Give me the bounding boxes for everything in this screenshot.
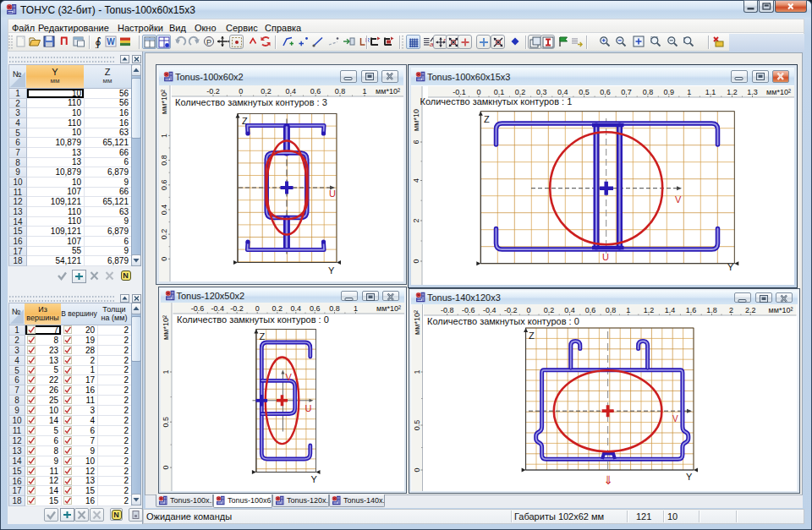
svg-text:-0.6: -0.6 (462, 306, 475, 314)
svg-text:0.2: 0.2 (160, 228, 168, 239)
svg-text:0.1: 0.1 (494, 88, 505, 96)
svg-text:Z: Z (259, 331, 265, 341)
svg-text:1: 1 (626, 306, 630, 314)
svg-text:Y: Y (328, 265, 335, 275)
svg-text:0.6: 0.6 (310, 87, 321, 96)
svg-text:Z: Z (484, 114, 490, 124)
svg-text:U: U (329, 188, 336, 198)
svg-text:мм*10²: мм*10² (376, 304, 401, 313)
svg-text:0.4: 0.4 (564, 306, 575, 314)
svg-text:0.5: 0.5 (579, 88, 590, 96)
svg-text:2: 2 (729, 306, 733, 314)
svg-text:2: 2 (412, 218, 420, 222)
svg-text:-0.6: -0.6 (190, 304, 204, 313)
svg-text:1.2: 1.2 (644, 306, 655, 314)
svg-text:1.4: 1.4 (665, 306, 676, 314)
svg-text:Количество замкнутых контуров: Количество замкнутых контуров : 3 (175, 97, 327, 107)
svg-text:-0.4: -0.4 (211, 304, 224, 313)
svg-text:0.2: 0.2 (272, 304, 283, 313)
svg-text:0: 0 (160, 256, 168, 260)
svg-text:∮: ∮ (95, 36, 102, 49)
svg-text:0: 0 (412, 259, 420, 263)
svg-text:-0.1: -0.1 (453, 88, 466, 96)
svg-text:0.2: 0.2 (544, 306, 555, 314)
svg-text:Количество замкнутых контуров: Количество замкнутых контуров : 0 (427, 316, 579, 326)
svg-text:0.8: 0.8 (329, 304, 340, 313)
svg-text:0.6: 0.6 (585, 306, 596, 314)
svg-text:мм*10²: мм*10² (766, 88, 791, 96)
svg-text:0: 0 (413, 467, 421, 472)
svg-text:1.3: 1.3 (747, 88, 758, 96)
svg-text:1: 1 (160, 133, 168, 137)
svg-text:⇓: ⇓ (604, 473, 614, 487)
svg-text:мм*10: мм*10 (412, 109, 420, 131)
svg-text:0.8: 0.8 (335, 87, 346, 96)
svg-text:-0.2: -0.2 (206, 87, 220, 96)
svg-text:0: 0 (526, 306, 530, 314)
svg-text:0.6: 0.6 (309, 304, 320, 313)
svg-text:-0.2: -0.2 (230, 304, 244, 313)
svg-text:0.8: 0.8 (643, 88, 654, 96)
svg-text:Y: Y (310, 473, 317, 484)
svg-text:мм*10²: мм*10² (376, 87, 400, 96)
svg-text:0.7: 0.7 (621, 88, 632, 96)
svg-text:-0.2: -0.2 (504, 306, 518, 314)
svg-text:Z: Z (529, 331, 535, 341)
svg-text:1: 1 (353, 304, 357, 313)
svg-text:1: 1 (162, 369, 170, 374)
svg-text:0.6: 0.6 (160, 179, 168, 190)
svg-text:1: 1 (413, 369, 421, 374)
svg-text:1: 1 (362, 87, 366, 96)
svg-text:Y: Y (686, 472, 693, 482)
svg-text:0.8: 0.8 (606, 306, 617, 314)
svg-text:№: № (12, 307, 21, 316)
svg-text:0.6: 0.6 (600, 88, 611, 96)
svg-text:V: V (672, 414, 678, 423)
svg-text:0: 0 (255, 304, 259, 313)
svg-text:1.1: 1.1 (705, 88, 716, 96)
svg-text:Количество замкнутых контуров: Количество замкнутых контуров : 0 (177, 314, 329, 325)
svg-text:0.3: 0.3 (536, 88, 547, 96)
svg-text:0: 0 (476, 88, 480, 96)
svg-text:0.5: 0.5 (162, 416, 170, 427)
svg-text:мм*10²: мм*10² (162, 315, 170, 340)
svg-text:мм*10²: мм*10² (160, 90, 168, 114)
svg-text:-0.8: -0.8 (441, 306, 454, 314)
svg-text:0: 0 (162, 465, 170, 469)
svg-text:1.6: 1.6 (686, 306, 697, 314)
svg-text:0.5: 0.5 (413, 420, 421, 431)
svg-text:W: W (107, 37, 115, 46)
svg-text:P: P (206, 38, 211, 46)
svg-text:0.4: 0.4 (290, 304, 301, 313)
svg-text:0.9: 0.9 (664, 88, 675, 96)
svg-text:0.2: 0.2 (515, 88, 526, 96)
svg-text:1: 1 (687, 88, 691, 96)
svg-text:V: V (285, 371, 292, 381)
svg-text:0.8: 0.8 (160, 155, 168, 166)
svg-text:мм*10²: мм*10² (769, 306, 793, 314)
svg-text:№: № (13, 69, 22, 79)
svg-text:2.2: 2.2 (745, 306, 756, 314)
svg-text:Количество замкнутых контуров: Количество замкнутых контуров : 1 (420, 96, 573, 107)
svg-text:Y: Y (727, 262, 734, 272)
svg-text:0.4: 0.4 (286, 87, 297, 96)
svg-text:мм*10²: мм*10² (413, 310, 421, 335)
svg-text:4: 4 (412, 178, 420, 183)
svg-text:1.8: 1.8 (706, 306, 717, 314)
svg-text:0.4: 0.4 (557, 88, 568, 96)
svg-text:0: 0 (239, 87, 243, 96)
svg-text:-0.4: -0.4 (483, 306, 497, 314)
svg-text:U: U (602, 252, 609, 262)
svg-text:6: 6 (412, 139, 420, 144)
svg-text:0.4: 0.4 (160, 204, 168, 215)
svg-text:0.2: 0.2 (261, 87, 272, 96)
svg-text:1.2: 1.2 (727, 88, 738, 96)
svg-text:V: V (675, 194, 682, 205)
svg-text:U: U (304, 402, 311, 413)
